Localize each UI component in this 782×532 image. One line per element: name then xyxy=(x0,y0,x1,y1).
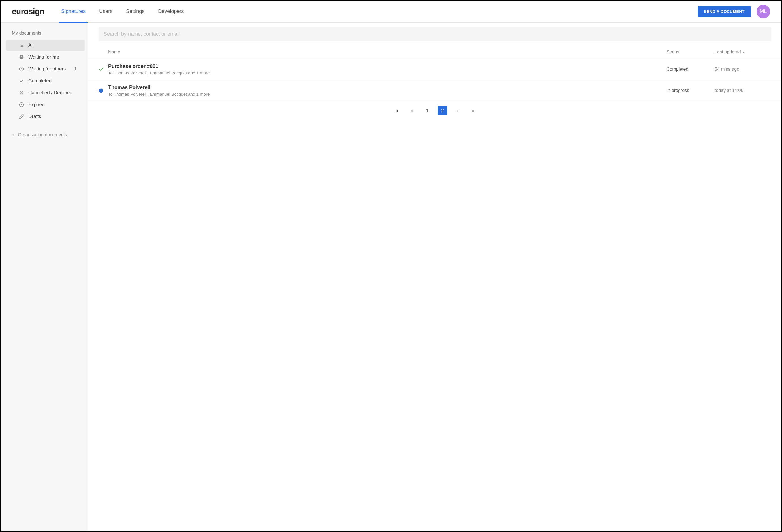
last-page-button[interactable]: » xyxy=(468,106,478,115)
header: eurosign SignaturesUsersSettingsDevelope… xyxy=(1,1,781,23)
table-row[interactable]: Thomas PolverelliTo Thomas Polverelli, E… xyxy=(88,80,781,101)
nav-tab-signatures[interactable]: Signatures xyxy=(61,1,85,22)
sidebar-item-label: Waiting for others xyxy=(28,66,74,72)
check-icon xyxy=(99,67,108,72)
list-icon xyxy=(19,42,24,48)
sidebar-item-label: All xyxy=(28,42,77,48)
row-updated: 54 mins ago xyxy=(715,67,771,72)
col-status[interactable]: Status xyxy=(667,49,715,54)
nav-tabs: SignaturesUsersSettingsDevelopers xyxy=(61,1,698,22)
row-recipients: To Thomas Polverelli, Emmanuel Bocquet a… xyxy=(108,71,667,75)
documents-table: Name Status Last updated ▲ Purchase orde… xyxy=(88,45,781,531)
nav-tab-users[interactable]: Users xyxy=(99,1,112,22)
row-updated: today at 14:06 xyxy=(715,88,771,93)
sidebar-item-label: Expired xyxy=(28,102,77,108)
row-title: Thomas Polverelli xyxy=(108,85,667,90)
sidebar-item-label: Completed xyxy=(28,78,77,84)
sidebar-item-all[interactable]: All xyxy=(6,40,85,51)
organization-documents[interactable]: + Organization documents xyxy=(1,128,88,142)
sidebar-item-waiting-for-others[interactable]: Waiting for others1 xyxy=(6,63,85,75)
col-updated[interactable]: Last updated ▲ xyxy=(715,49,771,54)
col-name[interactable]: Name xyxy=(108,49,667,54)
sort-asc-icon: ▲ xyxy=(743,51,745,54)
pencil-icon xyxy=(19,114,24,119)
x-icon xyxy=(19,90,24,96)
row-status: In progress xyxy=(667,88,715,93)
plus-icon: + xyxy=(12,132,14,138)
org-docs-label: Organization documents xyxy=(18,132,67,138)
sidebar-item-cancelled-declined[interactable]: Cancelled / Declined xyxy=(6,87,85,99)
user-avatar[interactable]: ML xyxy=(756,5,770,18)
clock-solid-icon xyxy=(99,88,108,93)
page-2-button[interactable]: 2 xyxy=(438,106,447,115)
table-header: Name Status Last updated ▲ xyxy=(88,45,781,59)
page-1-button[interactable]: 1 xyxy=(422,106,432,115)
send-document-button[interactable]: SEND A DOCUMENT xyxy=(698,6,751,17)
check-icon xyxy=(19,78,24,84)
clock-solid-icon xyxy=(19,54,24,60)
x-circle-icon xyxy=(19,102,24,108)
sidebar-title: My documents xyxy=(1,31,88,40)
main-content: Name Status Last updated ▲ Purchase orde… xyxy=(88,23,781,531)
sidebar-item-label: Waiting for me xyxy=(28,54,77,60)
sidebar-item-count: 1 xyxy=(74,67,77,72)
search-input[interactable] xyxy=(99,27,771,41)
clock-outline-icon xyxy=(19,66,24,72)
nav-tab-developers[interactable]: Developers xyxy=(158,1,184,22)
sidebar-item-label: Cancelled / Declined xyxy=(28,90,77,96)
sidebar-item-expired[interactable]: Expired xyxy=(6,99,85,110)
row-title: Purchase order #001 xyxy=(108,63,667,69)
pagination: «‹12›» xyxy=(88,101,781,122)
prev-page-button[interactable]: ‹ xyxy=(407,106,417,115)
brand-logo: eurosign xyxy=(12,7,44,16)
nav-tab-settings[interactable]: Settings xyxy=(126,1,144,22)
sidebar: My documents AllWaiting for meWaiting fo… xyxy=(1,23,88,531)
sidebar-item-label: Drafts xyxy=(28,114,77,119)
next-page-button[interactable]: › xyxy=(453,106,463,115)
sidebar-item-waiting-for-me[interactable]: Waiting for me xyxy=(6,51,85,63)
row-status: Completed xyxy=(667,67,715,72)
row-recipients: To Thomas Polverelli, Emmanuel Bocquet a… xyxy=(108,92,667,97)
sidebar-item-completed[interactable]: Completed xyxy=(6,75,85,86)
first-page-button[interactable]: « xyxy=(392,106,401,115)
sidebar-item-drafts[interactable]: Drafts xyxy=(6,111,85,122)
table-row[interactable]: Purchase order #001To Thomas Polverelli,… xyxy=(88,59,781,80)
